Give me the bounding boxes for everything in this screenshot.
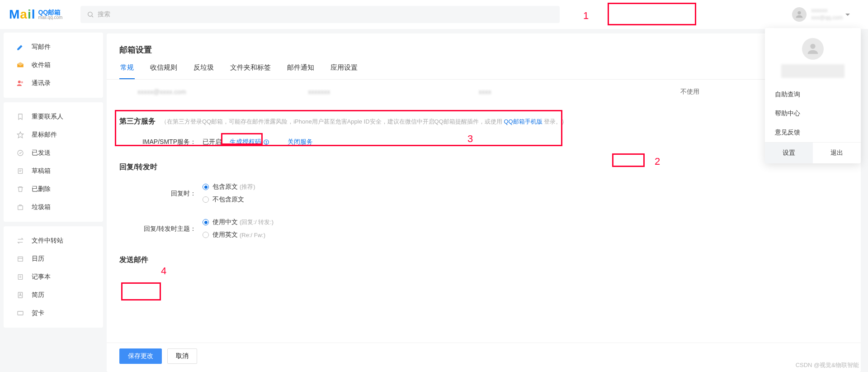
svg-rect-10: [18, 206, 23, 210]
sidebar-item-deleted[interactable]: 已删除: [4, 180, 103, 198]
sidebar-item-label: 写邮件: [32, 43, 51, 51]
card-icon: [16, 309, 24, 317]
close-service-link[interactable]: 关闭服务: [288, 138, 313, 146]
app-header: Mail QQ邮箱 mail.qq.com 搜索 xxxxxxxxx@qq.co…: [0, 0, 868, 29]
sidebar-item-label: 文件中转站: [32, 237, 63, 245]
send-section: 发送邮件: [119, 255, 848, 265]
chevron-down-icon: [845, 14, 850, 16]
sidebar-item-sent[interactable]: 已发送: [4, 144, 103, 162]
tab-general[interactable]: 常规: [119, 63, 135, 79]
note-icon: [16, 273, 24, 281]
user-dropdown-menu: 自助查询 帮助中心 意见反馈 设置 退出: [765, 28, 861, 163]
page-title: 邮箱设置: [107, 33, 861, 63]
sent-icon: [16, 149, 24, 157]
resume-icon: [16, 291, 24, 299]
svg-rect-18: [18, 311, 23, 315]
sidebar-item-card[interactable]: 贺卡: [4, 304, 103, 322]
svg-line-1: [92, 16, 93, 17]
sidebar-item-calendar[interactable]: 日历: [4, 250, 103, 268]
svg-marker-5: [17, 132, 23, 138]
menu-item-help[interactable]: 帮助中心: [765, 104, 861, 123]
sidebar-item-label: 星标邮件: [32, 131, 57, 139]
compose-icon: [16, 43, 24, 51]
radio-icon: [203, 196, 209, 203]
svg-point-4: [21, 81, 24, 84]
menu-item-logout[interactable]: 退出: [813, 143, 861, 163]
menu-item-feedback[interactable]: 意见反馈: [765, 123, 861, 142]
svg-point-3: [18, 81, 21, 83]
sidebar-item-label: 重要联系人: [32, 113, 63, 121]
sidebar-item-label: 日历: [32, 255, 44, 263]
spam-icon: [16, 203, 24, 211]
star-icon: [16, 131, 24, 139]
tab-rules[interactable]: 收信规则: [149, 63, 178, 79]
section-note: （在第三方登录QQ邮箱，可能存在邮件泄露风险，iPhone用户甚至危害Apple…: [161, 118, 567, 126]
contacts-icon: [16, 79, 24, 87]
menu-item-settings[interactable]: 设置: [765, 143, 813, 163]
bookmark-icon: [16, 113, 24, 121]
svg-point-21: [810, 44, 815, 49]
section-title: 第三方服务: [119, 117, 156, 126]
help-icon: [263, 139, 269, 145]
search-icon: [87, 11, 94, 18]
logo-url: mail.qq.com: [38, 15, 62, 20]
radio-subject-cn[interactable]: 使用中文(回复:/ 转发:): [203, 218, 274, 226]
third-party-section: 第三方服务 （在第三方登录QQ邮箱，可能存在邮件泄露风险，iPhone用户甚至危…: [119, 117, 848, 150]
search-input[interactable]: 搜索: [80, 6, 560, 23]
logo-mark: Mail: [9, 7, 35, 22]
reply-label: 回复时：: [133, 190, 196, 198]
radio-icon: [203, 184, 209, 190]
sidebar-item-transfer[interactable]: 文件中转站: [4, 232, 103, 250]
sidebar-item-resume[interactable]: 简历: [4, 286, 103, 304]
tab-folders[interactable]: 文件夹和标签: [229, 63, 272, 79]
inbox-icon: [16, 61, 24, 69]
radio-include-original[interactable]: 包含原文(推荐): [203, 183, 255, 191]
subject-label: 回复/转发时主题：: [133, 225, 196, 233]
svg-rect-11: [18, 257, 23, 261]
sidebar-item-notes[interactable]: 记事本: [4, 268, 103, 286]
tab-apps[interactable]: 应用设置: [330, 63, 359, 79]
account-row: xxxxx@xxxx.com xxxxxxx xxxx 不使用 更改 | 申请注…: [119, 80, 848, 104]
account-status: 不使用: [649, 88, 731, 96]
header-user[interactable]: xxxxxxxxx@qq.com: [792, 7, 859, 22]
sidebar-item-starred[interactable]: 星标邮件: [4, 126, 103, 144]
sidebar-item-label: 贺卡: [32, 309, 44, 317]
menu-item-selfservice[interactable]: 自助查询: [765, 85, 861, 104]
sidebar-item-spam[interactable]: 垃圾箱: [4, 198, 103, 216]
cancel-button[interactable]: 取消: [167, 348, 197, 364]
radio-icon: [203, 232, 209, 238]
radio-icon: [203, 219, 209, 225]
footer-actions: 保存更改 取消: [107, 343, 861, 372]
radio-subject-en[interactable]: 使用英文(Re:/ Fw:): [203, 231, 274, 239]
mobile-app-link[interactable]: QQ邮箱手机版: [504, 118, 542, 125]
radio-exclude-original[interactable]: 不包含原文: [203, 196, 255, 204]
generate-auth-code-link[interactable]: 生成授权码: [230, 138, 269, 146]
service-status: 已开启: [203, 138, 222, 146]
sidebar-item-compose[interactable]: 写邮件: [4, 38, 103, 56]
svg-point-17: [20, 294, 21, 295]
svg-point-0: [88, 12, 92, 16]
search-placeholder: 搜索: [98, 10, 110, 19]
calendar-icon: [16, 255, 24, 263]
svg-point-20: [266, 143, 267, 144]
draft-icon: [16, 167, 24, 175]
avatar-icon: [802, 38, 824, 60]
reply-section: 回复/转发时 回复时： 包含原文(推荐) 不包含原文 回复/转发时主题： 使用中…: [119, 162, 848, 243]
tab-notify[interactable]: 邮件通知: [286, 63, 315, 79]
svg-point-2: [798, 11, 801, 14]
logo-cn: QQ邮箱: [38, 9, 62, 15]
settings-tabs: 常规 收信规则 反垃圾 文件夹和标签 邮件通知 应用设置: [107, 63, 861, 80]
save-button[interactable]: 保存更改: [119, 348, 162, 364]
sidebar-item-drafts[interactable]: 草稿箱: [4, 162, 103, 180]
content-area: 邮箱设置 常规 收信规则 反垃圾 文件夹和标签 邮件通知 应用设置 xxxxx@…: [107, 29, 868, 372]
tab-antispam[interactable]: 反垃圾: [193, 63, 215, 79]
avatar-icon: [792, 7, 807, 22]
watermark: CSDN @视觉&物联智能: [796, 361, 859, 369]
sidebar-item-contacts[interactable]: 通讯录: [4, 74, 103, 92]
sidebar-item-label: 通讯录: [32, 79, 51, 87]
sidebar-item-label: 已发送: [32, 149, 51, 157]
logo[interactable]: Mail QQ邮箱 mail.qq.com: [9, 7, 62, 22]
account-cell-redacted: xxxx: [479, 88, 649, 95]
sidebar-item-inbox[interactable]: 收件箱: [4, 56, 103, 74]
sidebar-item-important[interactable]: 重要联系人: [4, 108, 103, 126]
